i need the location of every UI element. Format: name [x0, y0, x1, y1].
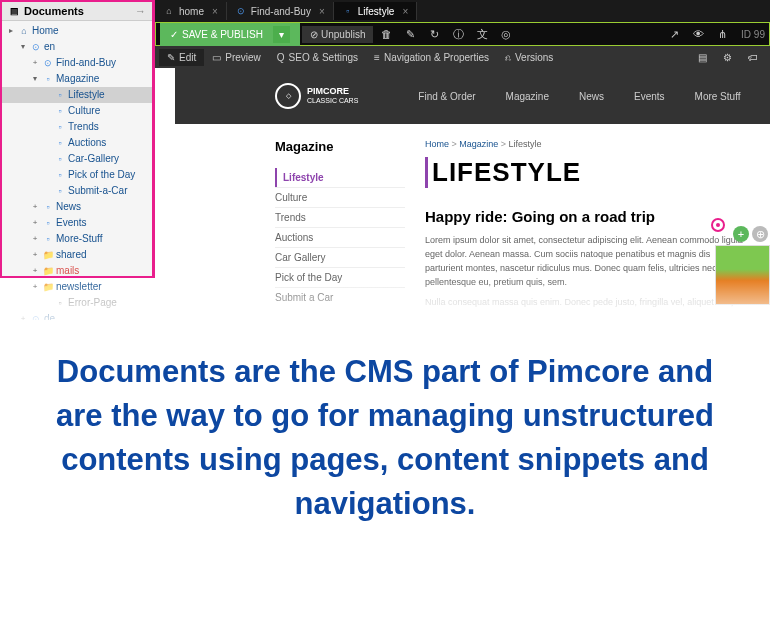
subnav-culture[interactable]: Culture: [275, 187, 405, 207]
nav-more[interactable]: More Stuff: [695, 91, 741, 102]
editor-tabs: ⌂home× ⊙Find-and-Buy× ▫Lifestyle×: [155, 0, 770, 22]
subnav-submit-car[interactable]: Submit a Car: [275, 287, 405, 307]
sidebar-title: Documents: [24, 5, 84, 17]
expand-icon[interactable]: ▾: [18, 42, 28, 52]
preview-icon[interactable]: 👁: [687, 24, 709, 44]
tree-de[interactable]: +⊙de: [2, 311, 152, 320]
document-tree: ▸⌂Home ▾⊙en +⊙Find-and-Buy ▾▫Magazine ▫L…: [2, 21, 152, 320]
home-icon: ⌂: [163, 5, 175, 17]
delete-icon[interactable]: 🗑: [375, 24, 397, 44]
translate-icon[interactable]: 文: [471, 24, 493, 44]
expand-icon[interactable]: ▾: [30, 74, 40, 84]
tree-newsletter[interactable]: +📁newsletter: [2, 279, 152, 295]
expand-icon[interactable]: +: [18, 314, 28, 320]
tree-more-stuff[interactable]: +▫More-Stuff: [2, 231, 152, 247]
caption-text: Documents are the CMS part of Pimcore an…: [30, 350, 740, 526]
tree-error-page[interactable]: ▫Error-Page: [2, 295, 152, 311]
crumb-magazine[interactable]: Magazine: [459, 139, 498, 149]
expand-icon[interactable]: +: [30, 282, 40, 292]
folder-icon: 📁: [42, 281, 54, 293]
subtab-settings-icon[interactable]: ⚙: [715, 49, 740, 66]
tree-car-gallery[interactable]: ▫Car-Gallery: [2, 151, 152, 167]
target-icon[interactable]: ◎: [495, 24, 517, 44]
tree-lifestyle[interactable]: ▫Lifestyle: [2, 87, 152, 103]
article-faded: Nulla consequat massa quis enim. Donec p…: [425, 297, 750, 307]
tree-submit-car[interactable]: ▫Submit-a-Car: [2, 183, 152, 199]
sidebar-heading: Magazine: [275, 139, 405, 154]
nav-magazine[interactable]: Magazine: [506, 91, 549, 102]
close-icon[interactable]: ×: [402, 6, 408, 17]
subnav-auctions[interactable]: Auctions: [275, 227, 405, 247]
page-icon: ▫: [54, 89, 66, 101]
page-title: LIFESTYLE: [425, 157, 750, 188]
tree-magazine[interactable]: ▾▫Magazine: [2, 71, 152, 87]
crumb-home[interactable]: Home: [425, 139, 449, 149]
save-publish-button[interactable]: ✓ SAVE & PUBLISH▾: [160, 23, 300, 46]
tree-events[interactable]: +▫Events: [2, 215, 152, 231]
logo-icon: ◇: [275, 83, 301, 109]
tree-find-buy[interactable]: +⊙Find-and-Buy: [2, 55, 152, 71]
tab-lifestyle[interactable]: ▫Lifestyle×: [334, 2, 418, 20]
nav-news[interactable]: News: [579, 91, 604, 102]
subtab-tag-icon[interactable]: 🏷: [740, 49, 766, 66]
subnav-car-gallery[interactable]: Car Gallery: [275, 247, 405, 267]
subnav-trends[interactable]: Trends: [275, 207, 405, 227]
rename-icon[interactable]: ✎: [399, 24, 421, 44]
close-icon[interactable]: ×: [319, 6, 325, 17]
site-nav: Find & Order Magazine News Events More S…: [418, 91, 740, 102]
nav-find[interactable]: Find & Order: [418, 91, 475, 102]
subtab-preview[interactable]: ▭ Preview: [204, 49, 269, 66]
expand-icon[interactable]: +: [30, 202, 40, 212]
subtab-versions[interactable]: ⎌ Versions: [497, 49, 561, 66]
expand-icon[interactable]: +: [30, 250, 40, 260]
subtab-seo[interactable]: Q SEO & Settings: [269, 49, 366, 66]
share-icon[interactable]: ⋔: [711, 24, 733, 44]
page-icon: ▫: [54, 137, 66, 149]
document-id: ID 99: [741, 29, 765, 40]
page-sidebar: Magazine Lifestyle Culture Trends Auctio…: [275, 139, 405, 307]
expand-icon[interactable]: +: [30, 266, 40, 276]
folder-icon: 📁: [42, 265, 54, 277]
sub-toolbar: ✎ Edit ▭ Preview Q SEO & Settings ≡ Navi…: [155, 46, 770, 68]
subtab-nav[interactable]: ≡ Navigation & Properties: [366, 49, 497, 66]
target-marker-icon[interactable]: [711, 218, 725, 232]
page-preview: + 💡 🗑 ◇ PIMCORE CLASSIC CARS Find & Orde…: [175, 68, 770, 320]
unpublish-button[interactable]: ⊘ Unpublish: [302, 26, 373, 43]
nav-events[interactable]: Events: [634, 91, 665, 102]
tree-pick-day[interactable]: ▫Pick of the Day: [2, 167, 152, 183]
info-icon[interactable]: ⓘ: [447, 24, 469, 44]
options-button[interactable]: ⊕: [752, 226, 768, 242]
subnav-lifestyle[interactable]: Lifestyle: [275, 168, 405, 187]
expand-icon[interactable]: +: [30, 234, 40, 244]
tree-news[interactable]: +▫News: [2, 199, 152, 215]
add-button[interactable]: +: [733, 226, 749, 242]
article-title[interactable]: Happy ride: Going on a road trip: [425, 208, 750, 225]
subtab-more-icon[interactable]: ▤: [690, 49, 715, 66]
article-text[interactable]: Lorem ipsum dolor sit amet, consectetur …: [425, 233, 750, 289]
link-icon: ⊙: [30, 41, 42, 53]
article-thumbnail[interactable]: [715, 245, 770, 305]
subnav-pick-day[interactable]: Pick of the Day: [275, 267, 405, 287]
open-icon[interactable]: ↗: [663, 24, 685, 44]
tree-en[interactable]: ▾⊙en: [2, 39, 152, 55]
reload-icon[interactable]: ↻: [423, 24, 445, 44]
close-icon[interactable]: ×: [212, 6, 218, 17]
crumb-lifestyle: Lifestyle: [509, 139, 542, 149]
expand-icon[interactable]: +: [30, 58, 40, 68]
tree-mails[interactable]: +📁mails: [2, 263, 152, 279]
tab-home[interactable]: ⌂home×: [155, 2, 227, 20]
subtab-edit[interactable]: ✎ Edit: [159, 49, 204, 66]
expand-icon[interactable]: ▸: [6, 26, 16, 36]
tab-find-buy[interactable]: ⊙Find-and-Buy×: [227, 2, 334, 20]
tree-culture[interactable]: ▫Culture: [2, 103, 152, 119]
site-logo[interactable]: ◇ PIMCORE CLASSIC CARS: [275, 83, 358, 109]
expand-icon[interactable]: +: [30, 218, 40, 228]
tree-trends[interactable]: ▫Trends: [2, 119, 152, 135]
chevron-down-icon[interactable]: ▾: [273, 26, 290, 43]
tree-shared[interactable]: +📁shared: [2, 247, 152, 263]
page-icon: ▫: [342, 5, 354, 17]
tree-auctions[interactable]: ▫Auctions: [2, 135, 152, 151]
collapse-icon[interactable]: →: [135, 5, 146, 17]
link-icon: ⊙: [235, 5, 247, 17]
tree-home[interactable]: ▸⌂Home: [2, 23, 152, 39]
